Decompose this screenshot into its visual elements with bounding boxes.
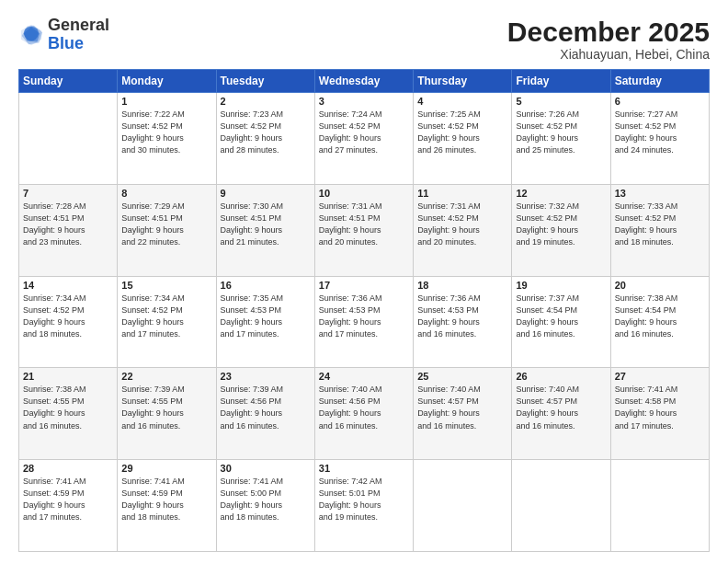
day-cell: 7Sunrise: 7:28 AMSunset: 4:51 PMDaylight… bbox=[19, 184, 118, 276]
day-cell: 16Sunrise: 7:35 AMSunset: 4:53 PMDayligh… bbox=[216, 276, 314, 368]
logo-text: General Blue bbox=[48, 17, 109, 53]
logo-general: General bbox=[48, 16, 109, 34]
day-info: Sunrise: 7:40 AMSunset: 4:57 PMDaylight:… bbox=[516, 384, 606, 431]
week-row-2: 7Sunrise: 7:28 AMSunset: 4:51 PMDaylight… bbox=[19, 184, 710, 276]
day-number: 25 bbox=[417, 371, 507, 382]
day-number: 14 bbox=[23, 280, 113, 291]
day-number: 15 bbox=[121, 280, 211, 291]
day-number: 2 bbox=[221, 96, 311, 107]
day-header-tuesday: Tuesday bbox=[216, 70, 314, 93]
day-info: Sunrise: 7:39 AMSunset: 4:55 PMDaylight:… bbox=[121, 384, 211, 431]
day-info: Sunrise: 7:35 AMSunset: 4:53 PMDaylight:… bbox=[221, 293, 311, 340]
day-info: Sunrise: 7:32 AMSunset: 4:52 PMDaylight:… bbox=[516, 201, 606, 248]
day-number: 11 bbox=[417, 188, 507, 199]
day-cell: 4Sunrise: 7:25 AMSunset: 4:52 PMDaylight… bbox=[414, 93, 512, 185]
day-cell: 29Sunrise: 7:41 AMSunset: 4:59 PMDayligh… bbox=[118, 460, 216, 552]
page: General Blue December 2025 Xiahuayuan, H… bbox=[0, 0, 728, 563]
day-info: Sunrise: 7:41 AMSunset: 4:59 PMDaylight:… bbox=[121, 476, 211, 523]
day-info: Sunrise: 7:39 AMSunset: 4:56 PMDaylight:… bbox=[221, 384, 311, 431]
day-header-sunday: Sunday bbox=[19, 70, 118, 93]
day-info: Sunrise: 7:40 AMSunset: 4:56 PMDaylight:… bbox=[319, 384, 409, 431]
location-title: Xiahuayuan, Hebei, China bbox=[507, 47, 710, 62]
day-cell bbox=[610, 460, 709, 552]
day-header-monday: Monday bbox=[118, 70, 216, 93]
logo: General Blue bbox=[18, 17, 109, 53]
day-number: 17 bbox=[319, 280, 409, 291]
day-cell: 19Sunrise: 7:37 AMSunset: 4:54 PMDayligh… bbox=[512, 276, 610, 368]
day-info: Sunrise: 7:26 AMSunset: 4:52 PMDaylight:… bbox=[516, 109, 606, 156]
day-info: Sunrise: 7:31 AMSunset: 4:52 PMDaylight:… bbox=[417, 201, 507, 248]
day-header-friday: Friday bbox=[512, 70, 610, 93]
day-cell: 24Sunrise: 7:40 AMSunset: 4:56 PMDayligh… bbox=[314, 368, 413, 460]
day-number: 5 bbox=[516, 96, 606, 107]
day-cell: 9Sunrise: 7:30 AMSunset: 4:51 PMDaylight… bbox=[216, 184, 314, 276]
day-number: 27 bbox=[615, 371, 705, 382]
day-cell: 27Sunrise: 7:41 AMSunset: 4:58 PMDayligh… bbox=[610, 368, 709, 460]
day-number: 30 bbox=[221, 463, 311, 474]
day-number: 13 bbox=[615, 188, 705, 199]
day-number: 3 bbox=[319, 96, 409, 107]
header: General Blue December 2025 Xiahuayuan, H… bbox=[18, 17, 710, 62]
title-block: December 2025 Xiahuayuan, Hebei, China bbox=[507, 17, 710, 62]
day-number: 29 bbox=[121, 463, 211, 474]
day-number: 18 bbox=[417, 280, 507, 291]
day-number: 23 bbox=[221, 371, 311, 382]
day-number: 31 bbox=[319, 463, 409, 474]
day-number: 8 bbox=[121, 188, 211, 199]
week-row-3: 14Sunrise: 7:34 AMSunset: 4:52 PMDayligh… bbox=[19, 276, 710, 368]
day-cell: 18Sunrise: 7:36 AMSunset: 4:53 PMDayligh… bbox=[414, 276, 512, 368]
day-info: Sunrise: 7:40 AMSunset: 4:57 PMDaylight:… bbox=[417, 384, 507, 431]
day-info: Sunrise: 7:37 AMSunset: 4:54 PMDaylight:… bbox=[516, 293, 606, 340]
day-cell: 12Sunrise: 7:32 AMSunset: 4:52 PMDayligh… bbox=[512, 184, 610, 276]
logo-blue: Blue bbox=[48, 34, 84, 52]
day-cell: 11Sunrise: 7:31 AMSunset: 4:52 PMDayligh… bbox=[414, 184, 512, 276]
day-cell: 23Sunrise: 7:39 AMSunset: 4:56 PMDayligh… bbox=[216, 368, 314, 460]
day-info: Sunrise: 7:42 AMSunset: 5:01 PMDaylight:… bbox=[319, 476, 409, 523]
day-cell: 8Sunrise: 7:29 AMSunset: 4:51 PMDaylight… bbox=[118, 184, 216, 276]
day-cell: 10Sunrise: 7:31 AMSunset: 4:51 PMDayligh… bbox=[314, 184, 413, 276]
day-number: 28 bbox=[23, 463, 113, 474]
day-info: Sunrise: 7:38 AMSunset: 4:55 PMDaylight:… bbox=[23, 384, 113, 431]
day-cell: 26Sunrise: 7:40 AMSunset: 4:57 PMDayligh… bbox=[512, 368, 610, 460]
day-info: Sunrise: 7:41 AMSunset: 5:00 PMDaylight:… bbox=[221, 476, 311, 523]
day-cell: 5Sunrise: 7:26 AMSunset: 4:52 PMDaylight… bbox=[512, 93, 610, 185]
day-info: Sunrise: 7:41 AMSunset: 4:58 PMDaylight:… bbox=[615, 384, 705, 431]
day-number: 19 bbox=[516, 280, 606, 291]
day-number: 4 bbox=[417, 96, 507, 107]
day-info: Sunrise: 7:33 AMSunset: 4:52 PMDaylight:… bbox=[615, 201, 705, 248]
day-info: Sunrise: 7:28 AMSunset: 4:51 PMDaylight:… bbox=[23, 201, 113, 248]
day-number: 9 bbox=[221, 188, 311, 199]
day-cell bbox=[512, 460, 610, 552]
month-title: December 2025 bbox=[507, 17, 710, 47]
day-info: Sunrise: 7:41 AMSunset: 4:59 PMDaylight:… bbox=[23, 476, 113, 523]
day-cell: 15Sunrise: 7:34 AMSunset: 4:52 PMDayligh… bbox=[118, 276, 216, 368]
day-cell: 20Sunrise: 7:38 AMSunset: 4:54 PMDayligh… bbox=[610, 276, 709, 368]
day-number: 12 bbox=[516, 188, 606, 199]
day-info: Sunrise: 7:34 AMSunset: 4:52 PMDaylight:… bbox=[23, 293, 113, 340]
week-row-1: 1Sunrise: 7:22 AMSunset: 4:52 PMDaylight… bbox=[19, 93, 710, 185]
day-cell bbox=[19, 93, 118, 185]
day-cell: 17Sunrise: 7:36 AMSunset: 4:53 PMDayligh… bbox=[314, 276, 413, 368]
day-number: 7 bbox=[23, 188, 113, 199]
day-number: 22 bbox=[121, 371, 211, 382]
calendar-table: SundayMondayTuesdayWednesdayThursdayFrid… bbox=[18, 69, 710, 552]
day-cell: 22Sunrise: 7:39 AMSunset: 4:55 PMDayligh… bbox=[118, 368, 216, 460]
day-info: Sunrise: 7:31 AMSunset: 4:51 PMDaylight:… bbox=[319, 201, 409, 248]
day-cell bbox=[414, 460, 512, 552]
day-cell: 3Sunrise: 7:24 AMSunset: 4:52 PMDaylight… bbox=[314, 93, 413, 185]
day-number: 10 bbox=[319, 188, 409, 199]
day-number: 16 bbox=[221, 280, 311, 291]
day-cell: 14Sunrise: 7:34 AMSunset: 4:52 PMDayligh… bbox=[19, 276, 118, 368]
day-info: Sunrise: 7:34 AMSunset: 4:52 PMDaylight:… bbox=[121, 293, 211, 340]
day-info: Sunrise: 7:36 AMSunset: 4:53 PMDaylight:… bbox=[319, 293, 409, 340]
day-info: Sunrise: 7:25 AMSunset: 4:52 PMDaylight:… bbox=[417, 109, 507, 156]
day-header-saturday: Saturday bbox=[610, 70, 709, 93]
day-info: Sunrise: 7:22 AMSunset: 4:52 PMDaylight:… bbox=[121, 109, 211, 156]
day-header-thursday: Thursday bbox=[414, 70, 512, 93]
day-info: Sunrise: 7:30 AMSunset: 4:51 PMDaylight:… bbox=[221, 201, 311, 248]
day-cell: 31Sunrise: 7:42 AMSunset: 5:01 PMDayligh… bbox=[314, 460, 413, 552]
calendar-header-row: SundayMondayTuesdayWednesdayThursdayFrid… bbox=[19, 70, 710, 93]
day-cell: 30Sunrise: 7:41 AMSunset: 5:00 PMDayligh… bbox=[216, 460, 314, 552]
day-number: 26 bbox=[516, 371, 606, 382]
day-cell: 21Sunrise: 7:38 AMSunset: 4:55 PMDayligh… bbox=[19, 368, 118, 460]
